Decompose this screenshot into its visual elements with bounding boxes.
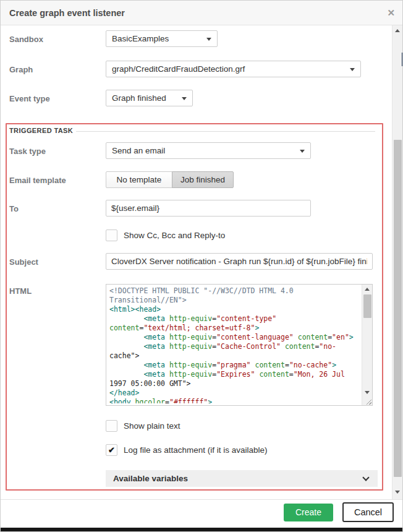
- to-input[interactable]: [106, 200, 311, 217]
- show-cc-label: Show Cc, Bcc and Reply-to: [124, 231, 225, 240]
- html-code-editor[interactable]: <!DOCTYPE HTML PUBLIC "-//W3C//DTD HTML …: [106, 284, 373, 406]
- caret-down-icon: [206, 38, 211, 41]
- caret-down-icon: [300, 150, 305, 153]
- create-graph-event-listener-dialog: Create graph event listener ✕ Sandbox Ba…: [0, 0, 403, 532]
- task-type-select-value: Send an email: [112, 146, 165, 155]
- dialog-header: Create graph event listener ✕: [1, 1, 403, 25]
- dialog-title: Create graph event listener: [9, 8, 125, 18]
- triggered-task-legend: TRIGGERED TASK: [9, 127, 73, 134]
- email-template-label: Email template: [9, 176, 66, 185]
- html-label: HTML: [9, 286, 32, 296]
- bottom-edge: [1, 528, 403, 532]
- dialog-scrollbar-thumb[interactable]: [394, 140, 402, 477]
- event-type-label: Event type: [9, 94, 50, 103]
- scroll-up-icon[interactable]: [365, 288, 370, 291]
- subject-label: Subject: [9, 257, 38, 267]
- scroll-down-icon[interactable]: [395, 491, 400, 494]
- log-attachment-checkbox[interactable]: ✔: [106, 444, 117, 456]
- dialog-scrollbar[interactable]: [392, 25, 402, 499]
- graph-select-value: graph/CreditCardFraudDetection.grf: [112, 64, 245, 74]
- sandbox-select-value: BasicExamples: [112, 34, 169, 43]
- graph-select[interactable]: graph/CreditCardFraudDetection.grf: [106, 61, 361, 77]
- create-button[interactable]: Create: [284, 504, 333, 521]
- log-attachment-label: Log file as attachment (if it is availab…: [124, 445, 268, 455]
- editor-scrollbar-thumb[interactable]: [363, 294, 371, 318]
- no-template-button[interactable]: No template: [106, 171, 172, 188]
- chevron-down-icon: [362, 474, 369, 481]
- subject-input[interactable]: [106, 253, 373, 270]
- scroll-down-icon[interactable]: [365, 391, 370, 394]
- job-finished-button[interactable]: Job finished: [172, 171, 234, 188]
- task-type-select[interactable]: Send an email: [106, 142, 311, 159]
- graph-label: Graph: [9, 65, 33, 74]
- close-icon[interactable]: ✕: [387, 7, 395, 19]
- show-plain-text-checkbox[interactable]: [106, 420, 117, 432]
- scroll-up-icon[interactable]: [395, 29, 400, 32]
- html-code-lines[interactable]: <!DOCTYPE HTML PUBLIC "-//W3C//DTD HTML …: [109, 286, 360, 403]
- editor-scrollbar[interactable]: [362, 285, 372, 405]
- event-type-select[interactable]: Graph finished: [106, 90, 193, 106]
- caret-down-icon: [350, 68, 355, 71]
- task-type-label: Task type: [9, 147, 46, 156]
- show-cc-checkbox[interactable]: [106, 230, 117, 241]
- legend-divider: [76, 131, 375, 132]
- sandbox-label: Sandbox: [9, 35, 43, 44]
- cancel-button[interactable]: Cancel: [342, 502, 394, 522]
- available-variables-label: Available variables: [113, 474, 188, 483]
- caret-down-icon: [182, 97, 187, 100]
- show-plain-text-label: Show plain text: [124, 421, 180, 431]
- available-variables-toggle[interactable]: Available variables: [106, 470, 378, 487]
- sandbox-select[interactable]: BasicExamples: [106, 30, 218, 47]
- event-type-select-value: Graph finished: [112, 93, 166, 103]
- to-label: To: [9, 204, 19, 213]
